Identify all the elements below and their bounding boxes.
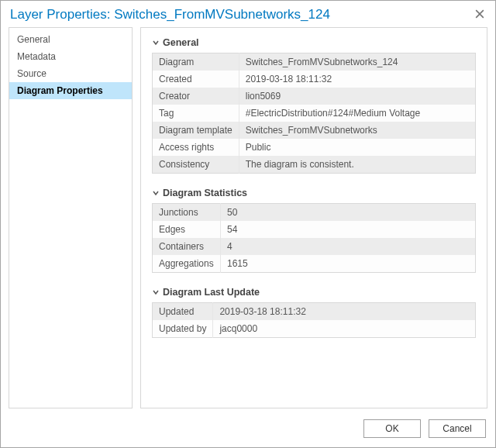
dialog-window: Layer Properties: Switches_FromMVSubnetw… <box>0 0 496 448</box>
property-value: 50 <box>221 204 476 222</box>
section: GeneralDiagramSwitches_FromMVSubnetworks… <box>152 37 476 174</box>
dialog-footer: OK Cancel <box>1 413 495 447</box>
properties-table: Junctions50Edges54Containers4Aggregation… <box>152 203 476 273</box>
sidebar-item[interactable]: Source <box>9 65 132 82</box>
property-key: Containers <box>153 238 221 255</box>
property-key: Updated by <box>153 320 213 338</box>
property-value: Switches_FromMVSubnetworks_124 <box>239 53 475 71</box>
section: Diagram StatisticsJunctions50Edges54Cont… <box>152 188 476 273</box>
sidebar: GeneralMetadataSourceDiagram Properties <box>9 27 133 408</box>
table-row: Junctions50 <box>153 204 476 222</box>
property-key: Consistency <box>153 156 239 174</box>
section-header[interactable]: General <box>152 37 476 48</box>
property-key: Aggregations <box>153 255 221 273</box>
dialog-title: Layer Properties: Switches_FromMVSubnetw… <box>10 7 330 22</box>
property-value: 2019-03-18 18:11:32 <box>239 71 475 88</box>
property-key: Junctions <box>153 204 221 222</box>
property-value: 54 <box>221 221 476 238</box>
table-row: Aggregations1615 <box>153 255 476 273</box>
sidebar-item[interactable]: Diagram Properties <box>9 82 132 99</box>
section: Diagram Last UpdateUpdated2019-03-18 18:… <box>152 287 476 338</box>
table-row: Diagram templateSwitches_FromMVSubnetwor… <box>153 122 476 139</box>
property-value: 4 <box>221 238 476 255</box>
table-row: Created2019-03-18 18:11:32 <box>153 71 476 88</box>
ok-button[interactable]: OK <box>363 419 421 438</box>
chevron-down-icon <box>152 189 160 197</box>
table-row: Updated2019-03-18 18:11:32 <box>153 303 476 321</box>
chevron-down-icon <box>152 288 160 296</box>
sidebar-item[interactable]: Metadata <box>9 48 132 65</box>
property-key: Diagram <box>153 53 239 71</box>
property-value: 1615 <box>221 255 476 273</box>
close-button[interactable] <box>475 9 486 20</box>
property-value: lion5069 <box>239 88 475 105</box>
sidebar-item[interactable]: General <box>9 31 132 48</box>
table-row: Tag#ElectricDistribution#124#Medium Volt… <box>153 105 476 122</box>
section-title: General <box>163 37 199 48</box>
property-value: Switches_FromMVSubnetworks <box>239 122 475 139</box>
table-row: DiagramSwitches_FromMVSubnetworks_124 <box>153 53 476 71</box>
property-key: Updated <box>153 303 213 321</box>
table-row: Updated byjacq0000 <box>153 320 476 338</box>
property-key: Edges <box>153 221 221 238</box>
cancel-button[interactable]: Cancel <box>429 419 486 438</box>
property-value: 2019-03-18 18:11:32 <box>213 303 476 321</box>
property-key: Tag <box>153 105 239 122</box>
table-row: Edges54 <box>153 221 476 238</box>
property-key: Diagram template <box>153 122 239 139</box>
section-title: Diagram Last Update <box>163 287 260 298</box>
content-pane: GeneralDiagramSwitches_FromMVSubnetworks… <box>140 27 487 408</box>
property-value: Public <box>239 139 475 156</box>
table-row: Containers4 <box>153 238 476 255</box>
section-title: Diagram Statistics <box>163 188 247 198</box>
section-header[interactable]: Diagram Statistics <box>152 188 476 198</box>
property-key: Created <box>153 71 239 88</box>
property-value: #ElectricDistribution#124#Medium Voltage <box>239 105 475 122</box>
section-header[interactable]: Diagram Last Update <box>152 287 476 298</box>
property-key: Access rights <box>153 139 239 156</box>
property-value: jacq0000 <box>213 320 476 338</box>
property-value: The diagram is consistent. <box>239 156 475 174</box>
properties-table: Updated2019-03-18 18:11:32Updated byjacq… <box>152 302 476 338</box>
table-row: Access rightsPublic <box>153 139 476 156</box>
properties-table: DiagramSwitches_FromMVSubnetworks_124Cre… <box>152 53 476 174</box>
titlebar: Layer Properties: Switches_FromMVSubnetw… <box>1 1 495 27</box>
close-icon <box>475 9 484 19</box>
dialog-body: GeneralMetadataSourceDiagram Properties … <box>1 27 495 413</box>
table-row: Creatorlion5069 <box>153 88 476 105</box>
table-row: ConsistencyThe diagram is consistent. <box>153 156 476 174</box>
property-key: Creator <box>153 88 239 105</box>
chevron-down-icon <box>152 39 160 47</box>
